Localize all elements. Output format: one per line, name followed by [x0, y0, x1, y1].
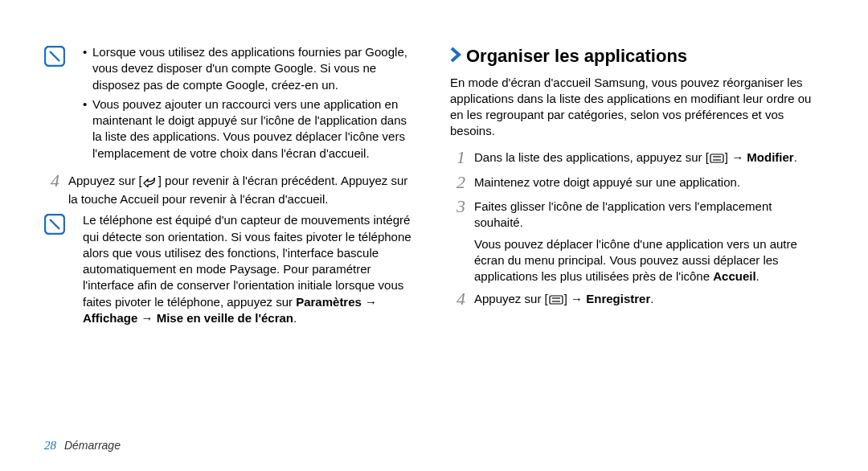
step-item: 2 Maintenez votre doigt appuyé sur une a… — [450, 173, 824, 192]
step-text: Maintenez votre doigt appuyé sur une app… — [474, 173, 824, 192]
svg-rect-7 — [550, 296, 563, 304]
svg-rect-4 — [710, 154, 723, 162]
step-text: Faites glisser l'icône de l'application … — [474, 197, 824, 285]
note-text: Le téléphone est équipé d'un capteur de … — [83, 212, 418, 326]
step-item: 3 Faites glisser l'icône de l'applicatio… — [450, 197, 824, 285]
note-bullet: • Vous pouvez ajouter un raccourci vers … — [83, 96, 418, 162]
footer-section: Démarrage — [64, 439, 121, 452]
bullet-icon: • — [83, 96, 92, 162]
menu-icon — [548, 293, 564, 309]
step-text: Dans la liste des applications, appuyez … — [474, 148, 824, 168]
back-icon — [142, 175, 158, 191]
step-number: 4 — [457, 289, 474, 309]
menu-icon — [709, 152, 725, 168]
note-bullet: • Lorsque vous utilisez des applications… — [83, 44, 418, 93]
step-number: 4 — [51, 171, 68, 208]
page-number: 28 — [44, 439, 56, 452]
heading-text: Organiser les applications — [466, 44, 687, 68]
svg-line-1 — [50, 51, 59, 61]
note-box: • Lorsque vous utilisez des applications… — [44, 44, 418, 162]
bullet-icon: • — [83, 44, 92, 93]
step-item: 4 Appuyez sur [] pour revenir à l'écran … — [44, 171, 418, 208]
right-column: Organiser les applications En mode d'écr… — [450, 44, 824, 336]
section-heading: Organiser les applications — [450, 44, 824, 68]
intro-paragraph: En mode d'écran d'accueil Samsung, vous … — [450, 75, 824, 140]
step-text: Appuyez sur [] → Enregistrer. — [474, 289, 824, 309]
chevron-icon — [450, 47, 461, 66]
page-footer: 28 Démarrage — [44, 437, 121, 453]
step-item: 4 Appuyez sur [] → Enregistrer. — [450, 289, 824, 309]
step-text: Appuyez sur [] pour revenir à l'écran pr… — [68, 171, 418, 208]
note-text: Lorsque vous utilisez des applications f… — [92, 44, 418, 93]
left-column: • Lorsque vous utilisez des applications… — [44, 44, 418, 336]
svg-line-3 — [50, 219, 59, 229]
step-number: 1 — [457, 148, 474, 168]
step-number: 2 — [457, 173, 474, 192]
note-icon — [44, 46, 65, 71]
step-subtext: Vous pouvez déplacer l'icône d'une appli… — [474, 236, 824, 285]
note-text: Vous pouvez ajouter un raccourci vers un… — [92, 96, 418, 162]
step-item: 1 Dans la liste des applications, appuye… — [450, 148, 824, 168]
note-box: Le téléphone est équipé d'un capteur de … — [44, 212, 418, 326]
note-icon — [44, 214, 65, 239]
step-number: 3 — [457, 197, 474, 285]
